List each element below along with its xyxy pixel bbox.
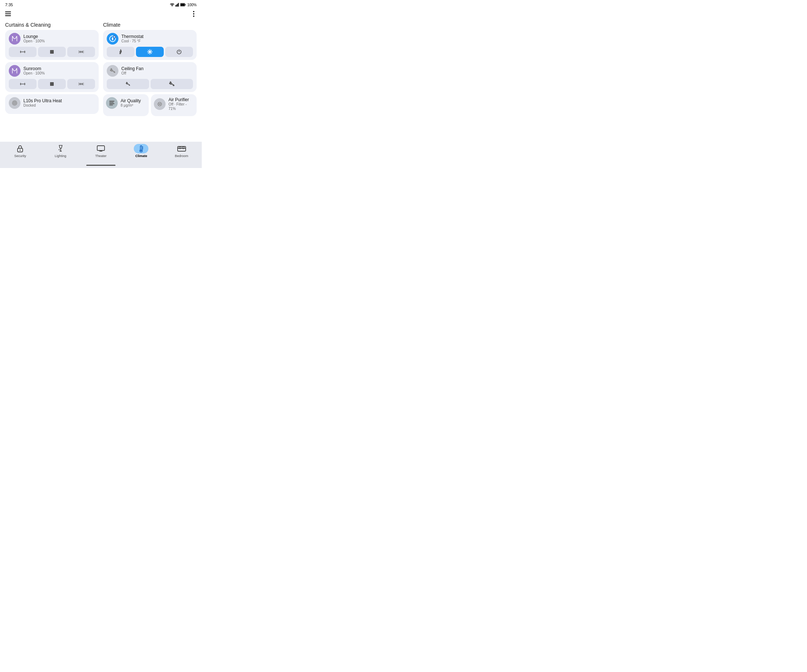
- svg-rect-21: [12, 68, 13, 73]
- robot-status: Docked: [23, 103, 62, 108]
- ap-status: Off · Filter - 71%: [168, 102, 194, 111]
- fan-name: Ceiling Fan: [121, 66, 144, 71]
- tv-icon: [97, 145, 105, 152]
- svg-point-45: [112, 70, 113, 71]
- lounge-header: Lounge Open · 100%: [9, 33, 95, 45]
- thermostat-status: Cool · 75 °F: [121, 39, 144, 43]
- sunroom-status: Open · 100%: [23, 71, 45, 76]
- air-quality-card: Air Quality 8 μg/m³: [103, 94, 149, 116]
- fan-header: Ceiling Fan Off: [107, 65, 193, 77]
- thermostat-heat-btn[interactable]: [107, 47, 134, 57]
- robot-icon-circle: [9, 97, 20, 109]
- fan-info: Ceiling Fan Off: [121, 66, 144, 76]
- ap-info: Air Purifier Off · Filter - 71%: [168, 97, 194, 111]
- security-icon-wrap: [13, 144, 27, 153]
- air-quality-icon: [108, 100, 115, 106]
- collapse-icon-2: [78, 82, 84, 86]
- more-options-button[interactable]: [191, 11, 197, 18]
- robot-icon: [11, 100, 18, 106]
- fan-fast-btn[interactable]: [151, 79, 193, 89]
- snowflake-icon: [147, 49, 153, 55]
- lounge-expand-btn[interactable]: [9, 47, 37, 57]
- thermostat-icon-circle: [107, 33, 118, 45]
- lounge-collapse-btn[interactable]: [67, 47, 95, 57]
- svg-rect-50: [109, 103, 115, 104]
- bottom-nav: Security Lighting Theater: [0, 142, 202, 168]
- air-purifier-icon: [156, 101, 163, 108]
- aq-icon-circle: [106, 97, 118, 109]
- menu-button[interactable]: [5, 11, 11, 18]
- collapse-icon: [78, 50, 84, 54]
- sunroom-stop-btn[interactable]: [38, 79, 66, 89]
- curtain-icon: [11, 35, 18, 42]
- lounge-stop-btn[interactable]: [38, 47, 66, 57]
- fan-icon: [109, 68, 116, 74]
- svg-point-47: [171, 83, 173, 85]
- robot-header: L10s Pro Ultra Heat Docked: [9, 97, 95, 109]
- thermostat-controls: [107, 47, 193, 57]
- svg-rect-2: [176, 4, 177, 7]
- svg-point-43: [147, 51, 148, 52]
- lounge-card: Lounge Open · 100%: [5, 30, 99, 60]
- fan-status: Off: [121, 71, 144, 76]
- fan-controls: [107, 79, 193, 89]
- svg-point-0: [172, 6, 173, 7]
- svg-rect-15: [17, 36, 18, 41]
- sunroom-expand-btn[interactable]: [9, 79, 37, 89]
- thermostat-card: Thermostat Cool · 75 °F: [103, 30, 197, 60]
- nav-theater[interactable]: Theater: [81, 144, 121, 158]
- thermostat-cool-btn[interactable]: [136, 47, 164, 57]
- svg-rect-10: [5, 15, 11, 16]
- bed-icon: [177, 146, 186, 152]
- nav-security-label: Security: [14, 154, 26, 158]
- climate-column: Climate: [103, 22, 197, 139]
- svg-point-30: [14, 103, 15, 103]
- lock-icon: [17, 145, 23, 152]
- aq-name: Air Quality: [121, 98, 141, 103]
- lounge-controls: [9, 47, 95, 57]
- nav-lighting-label: Lighting: [55, 154, 66, 158]
- status-time: 7:35: [5, 3, 13, 7]
- svg-point-42: [149, 54, 150, 55]
- nav-climate-label: Climate: [135, 154, 147, 158]
- sunroom-card: Sunroom Open · 100%: [5, 62, 99, 92]
- flame-icon: [118, 49, 123, 55]
- aq-value: 8 μg/m³: [121, 103, 141, 108]
- battery-icon: [180, 3, 186, 7]
- stop-icon: [50, 50, 54, 54]
- fan-fast-icon: [169, 81, 175, 87]
- svg-rect-51: [109, 105, 113, 106]
- svg-point-11: [193, 11, 194, 12]
- lounge-icon-circle: [9, 33, 20, 45]
- curtains-column: Curtains & Cleaning Lounge Open · 100%: [5, 22, 99, 139]
- sunroom-name: Sunroom: [23, 66, 45, 71]
- climate-title: Climate: [103, 22, 197, 28]
- nav-lighting[interactable]: Lighting: [40, 144, 80, 158]
- stop-icon-2: [50, 82, 54, 86]
- main-content: Curtains & Cleaning Lounge Open · 100%: [0, 20, 202, 140]
- fan-slow-icon: [125, 81, 131, 87]
- sunroom-info: Sunroom Open · 100%: [23, 66, 45, 76]
- robot-info: L10s Pro Ultra Heat Docked: [23, 98, 62, 108]
- nav-bedroom[interactable]: Bedroom: [161, 144, 202, 158]
- robot-card: L10s Pro Ultra Heat Docked: [5, 94, 99, 114]
- sunroom-controls: [9, 79, 95, 89]
- status-bar: 7:35 100%: [0, 0, 202, 9]
- svg-rect-4: [178, 3, 179, 7]
- nav-climate[interactable]: Climate: [121, 144, 161, 158]
- svg-rect-1: [176, 5, 176, 7]
- svg-point-13: [193, 15, 194, 17]
- nav-security[interactable]: Security: [0, 144, 40, 158]
- sunroom-collapse-btn[interactable]: [67, 79, 95, 89]
- svg-rect-6: [181, 4, 184, 6]
- svg-point-44: [152, 51, 153, 52]
- svg-rect-17: [50, 50, 54, 54]
- curtains-title: Curtains & Cleaning: [5, 22, 99, 28]
- air-cards-row: Air Quality 8 μg/m³ Air Purif: [103, 94, 197, 116]
- fan-slow-btn[interactable]: [107, 79, 149, 89]
- thermostat-off-btn[interactable]: [165, 47, 193, 57]
- aq-info: Air Quality 8 μg/m³: [121, 98, 141, 108]
- ap-name: Air Purifier: [168, 97, 194, 102]
- signal-icon: [176, 3, 179, 7]
- air-purifier-card: Air Purifier Off · Filter - 71%: [151, 94, 197, 116]
